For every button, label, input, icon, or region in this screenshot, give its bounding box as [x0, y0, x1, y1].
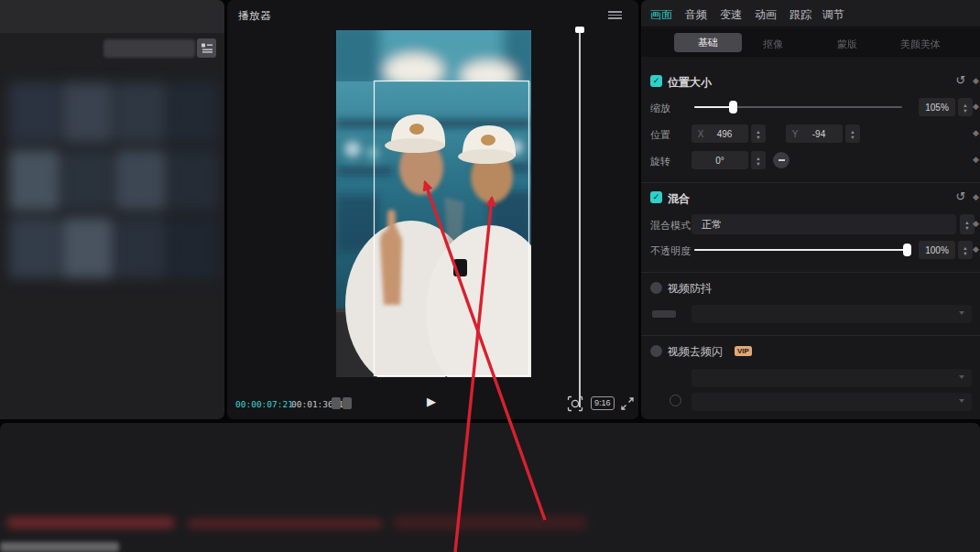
- blurred-thumbnail[interactable]: [115, 218, 166, 278]
- list-view-icon: [201, 43, 212, 53]
- reset-icon[interactable]: ↺: [954, 73, 967, 87]
- tab-tracking[interactable]: 跟踪: [789, 7, 811, 23]
- blend-mode-label: 混合模式: [650, 219, 691, 233]
- deflicker-checkbox[interactable]: [650, 345, 662, 357]
- play-button[interactable]: ▶: [427, 395, 436, 408]
- position-y-field[interactable]: Y-94: [786, 124, 843, 143]
- view-toggle-button[interactable]: [197, 38, 216, 58]
- keyframe-icon[interactable]: ◆: [973, 155, 979, 164]
- current-timecode: 00:00:07:21: [235, 399, 293, 409]
- tab-speed[interactable]: 变速: [720, 7, 742, 23]
- blurred-thumbnail[interactable]: [9, 150, 60, 211]
- tab-animation[interactable]: 动画: [755, 7, 777, 23]
- track-clip-blurred: [0, 542, 119, 552]
- keyframe-icon[interactable]: ◆: [973, 102, 979, 111]
- blend-mode-select[interactable]: 正常: [691, 214, 956, 234]
- opacity-slider-knob[interactable]: [903, 244, 911, 256]
- deflicker-level-select[interactable]: [691, 393, 972, 411]
- rotation-dial[interactable]: [773, 152, 789, 168]
- stabilize-level-select[interactable]: [691, 305, 972, 323]
- stabilize-checkbox[interactable]: [650, 282, 662, 294]
- media-thumbnails-blurred: [4, 71, 221, 300]
- blurred-thumbnail[interactable]: [169, 82, 219, 143]
- subtab-basic[interactable]: 基础: [674, 33, 742, 52]
- blurred-thumbnail[interactable]: [62, 218, 113, 278]
- deflicker-title: 视频去频闪: [668, 344, 723, 360]
- vip-badge: VIP: [735, 346, 752, 356]
- stabilize-title: 视频防抖: [668, 281, 712, 297]
- blurred-thumbnail[interactable]: [115, 150, 166, 211]
- lavalier-mic: [453, 259, 467, 276]
- rotation-label: 旋转: [650, 155, 670, 168]
- scale-slider-knob[interactable]: [729, 101, 737, 114]
- reset-icon[interactable]: ↺: [954, 189, 967, 203]
- tab-adjust[interactable]: 调节: [822, 7, 844, 23]
- deflicker-option-icon: [670, 395, 681, 406]
- blurred-thumbnail[interactable]: [62, 82, 113, 143]
- inspector-subtab-bar: 基础 抠像 蒙版 美颜美体: [641, 28, 980, 57]
- opacity-label: 不透明度: [650, 244, 691, 258]
- keyframe-icon[interactable]: ◆: [973, 76, 979, 85]
- subtab-cutout[interactable]: 抠像: [763, 38, 783, 51]
- aspect-ratio-button[interactable]: 9:16: [591, 396, 615, 410]
- blurred-thumbnail[interactable]: [169, 150, 219, 211]
- position-y-stepper[interactable]: ▴▾: [845, 124, 860, 143]
- keyframe-icon[interactable]: ◆: [973, 192, 979, 201]
- subtab-beauty[interactable]: 美颜美体: [900, 38, 941, 51]
- scale-stepper[interactable]: ▴▾: [958, 98, 973, 116]
- subtitle-track-blurred: [188, 519, 382, 528]
- inspector-panel: 画面 音频 变速 动画 跟踪 调节 基础 抠像 蒙版 美颜美体 ✓ 位置大小 ↺…: [641, 0, 980, 419]
- stabilize-sub-label-blurred: [652, 310, 676, 318]
- tab-picture[interactable]: 画面: [650, 7, 672, 23]
- fullscreen-icon[interactable]: [619, 395, 636, 412]
- blurred-thumbnail[interactable]: [62, 150, 113, 211]
- blurred-thumbnail[interactable]: [9, 218, 60, 278]
- video-editor-app: 播放器: [0, 0, 980, 552]
- blend-checkbox[interactable]: ✓: [650, 191, 662, 203]
- timeline-panel: [0, 423, 980, 552]
- subtab-mask[interactable]: 蒙版: [837, 38, 857, 51]
- subtitle-track-blurred: [7, 517, 174, 528]
- position-x-stepper[interactable]: ▴▾: [751, 124, 766, 143]
- keyframe-icon[interactable]: ◆: [973, 128, 979, 137]
- tab-audio[interactable]: 音频: [685, 7, 707, 23]
- scale-label: 缩放: [650, 102, 670, 115]
- keyframe-icon[interactable]: ◆: [973, 219, 979, 228]
- opacity-slider[interactable]: [694, 249, 911, 251]
- rotation-value[interactable]: 0°: [691, 151, 748, 169]
- video-frame-content: [336, 30, 531, 377]
- player-panel: 播放器: [227, 0, 638, 419]
- opacity-stepper[interactable]: ▴▾: [958, 241, 973, 259]
- deflicker-mode-select[interactable]: [691, 369, 972, 387]
- position-size-title: 位置大小: [668, 75, 712, 91]
- position-size-checkbox[interactable]: ✓: [650, 75, 662, 87]
- frame-view-icon[interactable]: [332, 397, 352, 409]
- player-menu-icon[interactable]: [608, 11, 622, 19]
- subtitle-track-blurred: [394, 517, 586, 528]
- search-input[interactable]: [103, 39, 195, 58]
- video-preview[interactable]: [336, 30, 531, 377]
- inspector-tab-bar: 画面 音频 变速 动画 跟踪 调节: [641, 0, 980, 27]
- media-panel-header: [0, 0, 224, 33]
- keyframe-icon[interactable]: ◆: [973, 244, 979, 254]
- preview-vertical-scrollbar[interactable]: [579, 30, 581, 407]
- rotation-stepper[interactable]: ▴▾: [751, 151, 766, 169]
- position-label: 位置: [650, 128, 670, 142]
- preview-quality-icon[interactable]: [567, 395, 583, 412]
- position-x-field[interactable]: X496: [691, 124, 748, 143]
- blurred-thumbnail[interactable]: [169, 218, 219, 278]
- preview-scrollbar-thumb[interactable]: [575, 27, 584, 33]
- player-title: 播放器: [238, 8, 271, 24]
- scale-value[interactable]: 105%: [919, 98, 955, 116]
- media-library-panel: [0, 0, 224, 419]
- scale-slider[interactable]: [694, 106, 902, 108]
- blurred-thumbnail[interactable]: [9, 82, 60, 143]
- blurred-thumbnail[interactable]: [115, 82, 166, 143]
- blend-title: 混合: [668, 191, 690, 207]
- opacity-value[interactable]: 100%: [919, 241, 955, 259]
